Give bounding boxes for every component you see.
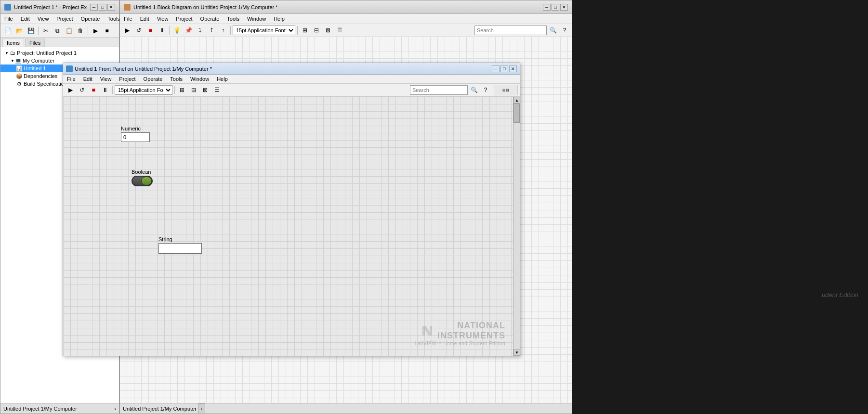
menu-project[interactable]: Project (53, 15, 77, 23)
fp-font-select[interactable]: 15pt Application Font (115, 85, 172, 95)
paste-button[interactable]: 📋 (64, 26, 74, 36)
bd-menu-view[interactable]: View (153, 15, 172, 23)
delete-button[interactable]: 🗑 (75, 26, 86, 36)
bd-menu-project[interactable]: Project (172, 15, 196, 23)
toolbar-separator-2 (88, 26, 88, 35)
run-project-button[interactable]: ▶ (90, 26, 101, 36)
fp-close-btn[interactable]: ✕ (509, 65, 517, 72)
bd-step-over-btn[interactable]: ⤴ (206, 25, 217, 36)
bd-pause-btn[interactable]: ⏸ (157, 25, 167, 36)
bd-align-btn[interactable]: ⊞ (300, 25, 310, 36)
project-explorer-icon (4, 4, 11, 11)
menu-file[interactable]: File (0, 15, 17, 23)
bd-distribute-btn[interactable]: ⊟ (311, 25, 322, 36)
fp-menu-view[interactable]: View (96, 75, 116, 83)
bd-highlight-btn[interactable]: 💡 (171, 25, 182, 36)
fp-help-btn[interactable]: ? (480, 85, 491, 95)
fp-menu-help[interactable]: Help (213, 75, 232, 83)
bd-close-button[interactable]: ✕ (560, 4, 568, 11)
bd-font-select[interactable]: 15pt Application Font (233, 26, 295, 35)
fp-scrollbar-vertical[interactable]: ▲ ▼ (513, 97, 520, 356)
ni-brand-line1: NATIONAL (437, 321, 505, 331)
numeric-control[interactable]: 0 (121, 132, 150, 142)
bd-help-btn[interactable]: ? (559, 25, 570, 36)
fp-reorder-btn[interactable]: ☰ (211, 85, 222, 95)
bd-status-text: Untitled Project 1/My Computer (123, 406, 197, 412)
scrollbar-v-track[interactable] (513, 104, 520, 123)
bd-sep3 (297, 26, 298, 35)
bd-menu-tools[interactable]: Tools (223, 15, 243, 23)
minimize-button[interactable]: ─ (90, 4, 98, 11)
fp-align-btn[interactable]: ⊞ (177, 85, 187, 95)
menu-edit[interactable]: Edit (17, 15, 34, 23)
bd-step-into-btn[interactable]: ⤵ (195, 25, 205, 36)
new-vi-button[interactable]: 📄 (2, 26, 13, 36)
bd-menu-help[interactable]: Help (270, 15, 289, 23)
fp-menu-operate[interactable]: Operate (140, 75, 167, 83)
boolean-control[interactable] (132, 176, 153, 186)
tab-files[interactable]: Files (25, 39, 45, 47)
bd-expand-btn[interactable]: › (198, 403, 205, 414)
expand-computer-icon[interactable]: ▼ (10, 58, 15, 63)
project-menu-bar: File Edit View Project Operate Tools Win… (0, 14, 119, 24)
fp-minimize-btn[interactable]: ─ (492, 65, 500, 72)
boolean-label: Boolean (132, 169, 153, 175)
fp-abort-btn[interactable]: ■ (88, 85, 99, 95)
bd-run-btn[interactable]: ▶ (122, 25, 132, 36)
fp-canvas[interactable]: Numeric 0 Boolean String (63, 97, 520, 356)
scrollbar-up-btn[interactable]: ▲ (513, 97, 520, 104)
bd-maximize-button[interactable]: □ (552, 4, 559, 11)
dependencies-label: Dependencies (24, 73, 57, 79)
bd-abort-btn[interactable]: ■ (145, 25, 156, 36)
fp-palette-preview[interactable]: ⊞⊟ (494, 85, 518, 95)
close-button[interactable]: ✕ (107, 4, 115, 11)
expand-project-icon[interactable]: ▼ (4, 51, 9, 55)
bd-icon (124, 4, 131, 11)
string-control[interactable] (158, 243, 202, 254)
stop-project-button[interactable]: ■ (102, 26, 112, 36)
expand-arrow[interactable]: › (114, 406, 116, 412)
save-button[interactable]: 💾 (26, 26, 36, 36)
fp-menu-window[interactable]: Window (186, 75, 213, 83)
project-toolbar: 📄 📂 💾 ✂ ⧉ 📋 🗑 ▶ ■ (0, 24, 119, 38)
ni-text: NATIONAL INSTRUMENTS (437, 321, 505, 341)
bd-retain-btn[interactable]: 📌 (183, 25, 194, 36)
fp-pause-btn[interactable]: ⏸ (100, 85, 110, 95)
fp-run-cont-btn[interactable]: ↺ (77, 85, 87, 95)
bd-step-out-btn[interactable]: ↑ (218, 25, 228, 36)
bd-run-cont-btn[interactable]: ↺ (133, 25, 144, 36)
fp-resize-btn[interactable]: ⊠ (200, 85, 210, 95)
boolean-control-group: Boolean (132, 169, 153, 186)
bd-menu-operate[interactable]: Operate (197, 15, 224, 23)
tree-project-root[interactable]: ▼ 🗂 Project: Untitled Project 1 (0, 49, 119, 57)
fp-search-input[interactable] (410, 85, 468, 95)
fp-maximize-btn[interactable]: □ (500, 65, 508, 72)
bd-resize-btn[interactable]: ⊠ (323, 25, 333, 36)
fp-run-btn[interactable]: ▶ (65, 85, 76, 95)
fp-menu-project[interactable]: Project (115, 75, 139, 83)
bd-search-input[interactable] (474, 26, 547, 35)
open-button[interactable]: 📂 (14, 26, 25, 36)
bd-title: Untitled 1 Block Diagram on Untitled Pro… (133, 4, 540, 10)
tab-items[interactable]: Items (2, 39, 24, 47)
fp-menu-edit[interactable]: Edit (79, 75, 96, 83)
bd-menu-edit[interactable]: Edit (136, 15, 153, 23)
maximize-button[interactable]: □ (99, 4, 106, 11)
scrollbar-down-btn[interactable]: ▼ (513, 349, 520, 356)
bd-toolbar: ▶ ↺ ■ ⏸ 💡 📌 ⤵ ⤴ ↑ 15pt Application Font … (120, 24, 572, 37)
fp-search-btn[interactable]: 🔍 (469, 85, 479, 95)
bd-menu-window[interactable]: Window (243, 15, 270, 23)
bd-minimize-button[interactable]: ─ (543, 4, 551, 11)
scrollbar-v-thumb[interactable] (513, 104, 520, 123)
bd-reorder-btn[interactable]: ☰ (334, 25, 345, 36)
bd-menu-file[interactable]: File (120, 15, 136, 23)
cut-button[interactable]: ✂ (40, 26, 51, 36)
copy-button[interactable]: ⧉ (52, 26, 63, 36)
fp-menu-tools[interactable]: Tools (166, 75, 186, 83)
fp-menu-file[interactable]: File (63, 75, 79, 83)
fp-distribute-btn[interactable]: ⊟ (188, 85, 199, 95)
status-path: Untitled Project 1/My Computer (3, 406, 77, 412)
bd-search-btn[interactable]: 🔍 (548, 25, 558, 36)
menu-view[interactable]: View (34, 15, 53, 23)
menu-operate[interactable]: Operate (77, 15, 104, 23)
